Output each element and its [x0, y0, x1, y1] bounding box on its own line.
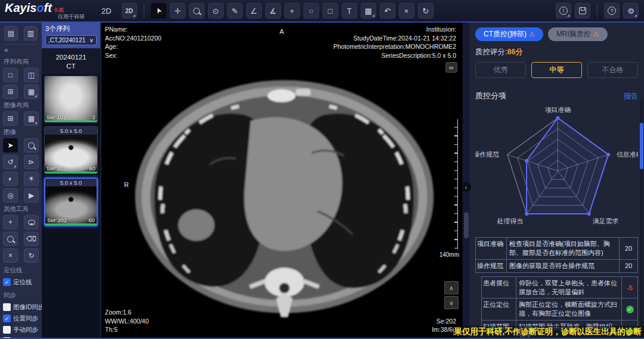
qc-row-score: 20	[620, 260, 637, 272]
radar-series-polygon	[527, 118, 608, 214]
help-tool[interactable]: ?	[604, 3, 620, 18]
qc-tabs: CT质控(肺部)⚠MRI脑质控⚠	[475, 27, 638, 41]
tool-glyph-icon: ⌫	[26, 235, 36, 243]
overlay-line: PName:	[105, 25, 162, 34]
reset-view-tool[interactable]: ↻	[24, 248, 39, 263]
series-layout-2x2-button[interactable]: ⊞	[3, 85, 18, 99]
qc-row-desc: 图像的获取是否符合操作规范	[507, 260, 620, 272]
pointer-tool[interactable]: ➤	[151, 3, 166, 18]
radar-vertex-dot	[606, 153, 610, 156]
window-level-tool[interactable]: ⊙	[208, 3, 224, 18]
tool-glyph-icon: ▦	[28, 88, 35, 96]
next-image-button[interactable]: ∨	[444, 296, 459, 309]
thumbnail-series-desc: 5.0 x 5.0	[45, 127, 97, 135]
ct-axial-image	[116, 66, 450, 328]
point-tool[interactable]: +	[284, 3, 300, 18]
pointer-tool[interactable]: ➤	[3, 138, 18, 153]
tool-glyph-icon: ∠	[250, 7, 258, 15]
report-link[interactable]: 报告	[624, 91, 638, 101]
thumbnail-series-number: Ser:202	[47, 217, 67, 223]
report-panel-button[interactable]: ▥	[24, 26, 38, 41]
series-thumbnail[interactable]: Ser:1012	[44, 76, 98, 123]
qc-panel-scrollbar-thumb[interactable]	[640, 123, 643, 169]
save-tool[interactable]	[575, 3, 590, 18]
settings-tool[interactable]: ⚙	[623, 3, 639, 18]
clear-all-tool[interactable]: ×	[3, 248, 18, 263]
thumbnail-image-count: 60	[89, 165, 95, 172]
cine-frames-tool[interactable]: ▦	[361, 3, 376, 18]
ellipse-tool[interactable]: ○	[304, 3, 319, 18]
radar-axis-label: 项目准确	[545, 106, 571, 113]
magnify-tool[interactable]	[24, 138, 39, 153]
grade-button-不合格[interactable]: 不合格	[587, 62, 638, 78]
qc-score: 质控评分:86分	[475, 47, 638, 57]
previous-image-button[interactable]: ∧	[444, 281, 459, 294]
scale-ruler	[454, 119, 458, 249]
study-dropdown[interactable]: ,CT,20240121 ∨	[45, 35, 97, 45]
undo-tool[interactable]: ↶	[380, 3, 395, 18]
sidebar-checkbox-groups: 定位线✓定位线同步图像ID同步✓位置同步手动同步缩放/平移窗宽窗位	[3, 266, 39, 338]
link-series-button[interactable]: ∞	[445, 62, 457, 73]
series-layout-1x1-button[interactable]: □	[3, 68, 18, 82]
measure-line-tool[interactable]: ✎	[227, 3, 243, 18]
checkbox-位置同步[interactable]: ✓位置同步	[3, 313, 39, 324]
qc-panel-scrollbar[interactable]	[640, 99, 643, 338]
zoom-tool[interactable]	[189, 3, 205, 18]
issue-report-tool[interactable]: !	[556, 3, 571, 18]
series-layout-1x2-button[interactable]: ◫	[24, 68, 39, 82]
image-stepper: ∧ ∨	[444, 281, 459, 309]
qc-tab-inactive[interactable]: MRI脑质控⚠	[548, 27, 608, 41]
overlay-line: Institusion:	[333, 25, 456, 34]
series-count-label: 3个序列	[45, 24, 97, 33]
series-thumbnail[interactable]: 5.0 x 5.0Ser:20260	[44, 178, 98, 226]
delete-annotation-tool[interactable]: ×	[399, 3, 414, 18]
series-layout-grid-button[interactable]: ▦	[24, 85, 39, 99]
add-tool[interactable]: +	[3, 215, 18, 229]
rect-tool[interactable]: □	[323, 3, 338, 18]
comment-tool[interactable]	[24, 215, 39, 229]
checkbox-图像ID同步[interactable]: 图像ID同步	[3, 301, 39, 313]
expand-panel-button[interactable]: ›	[462, 182, 471, 192]
qc-tab-active[interactable]: CT质控(肺部)⚠	[475, 27, 543, 41]
checkbox-定位线[interactable]: ✓定位线	[3, 276, 39, 288]
grade-button-中等[interactable]: 中等	[531, 62, 582, 78]
checkbox-手动同步[interactable]: 手动同步	[3, 324, 39, 335]
viewer-scrollbar-thumb[interactable]	[464, 212, 469, 238]
image-viewport[interactable]: PName:AccNO:2401210200Age:Sex: Institusi…	[101, 23, 462, 338]
spiral-scroll-tool[interactable]: ◎	[3, 188, 18, 203]
overlay-line: Zoom:1.6	[105, 308, 149, 317]
layout-2d-button[interactable]: 2D	[122, 3, 137, 18]
panel-layout-button[interactable]: ▤	[4, 26, 18, 41]
tool-glyph-icon: ↻	[422, 7, 429, 15]
radar-axis-label: 满足需求	[593, 217, 619, 225]
reset-tool[interactable]: ↻	[418, 3, 434, 18]
image-layout-grid-button[interactable]: ▦	[24, 111, 39, 126]
rotate-flip-tool[interactable]: ↺	[3, 155, 18, 169]
checkbox-icon: ✓	[3, 278, 11, 286]
angle-tool[interactable]: ∠	[246, 3, 262, 18]
tool-glyph-icon: ➤	[7, 141, 13, 150]
image-layout-2x2-button[interactable]: ⊞	[3, 111, 18, 126]
tool-glyph-icon: ○	[309, 7, 314, 15]
warning-icon: ⚠	[529, 30, 535, 38]
play-cine-tool[interactable]: ▶	[24, 188, 39, 203]
eraser-tool[interactable]: ⌫	[24, 232, 39, 246]
qc-main-row: 项目准确检查项目是否准确(项目如脑部、胸部、腹部是否在标准的范围内容)20	[475, 237, 638, 260]
local-magnify-tool[interactable]	[3, 232, 18, 246]
pacs-app: Kayisoft 卡易 仅用于科研 2D 2D➤✛⊙✎∠∡+○□T▦↶×↻ !?…	[0, 0, 644, 339]
flip-horizontal-tool[interactable]: ⊳	[24, 155, 39, 169]
cobb-angle-tool[interactable]: ∡	[265, 3, 281, 18]
overlay-line: WW/WL:400/40	[105, 317, 149, 326]
thumbnail-loaded-bar	[45, 120, 97, 122]
tool-glyph-icon: ▥	[27, 29, 34, 38]
checkbox-缩放/平移[interactable]: 缩放/平移	[3, 335, 39, 338]
text-tool[interactable]: T	[342, 3, 357, 18]
overlay-line: Age:	[105, 42, 162, 51]
series-thumbnail[interactable]: 5.0 x 5.0Ser:20160	[44, 126, 98, 174]
brightness-tool[interactable]: ☀	[24, 172, 39, 186]
tool-glyph-icon: ◎	[7, 191, 13, 200]
collapse-sidebar-button[interactable]: «	[3, 45, 39, 55]
pan-tool[interactable]: ✛	[170, 3, 185, 18]
invert-tool[interactable]: ◐	[3, 172, 18, 186]
grade-button-优秀[interactable]: 优秀	[475, 62, 526, 78]
